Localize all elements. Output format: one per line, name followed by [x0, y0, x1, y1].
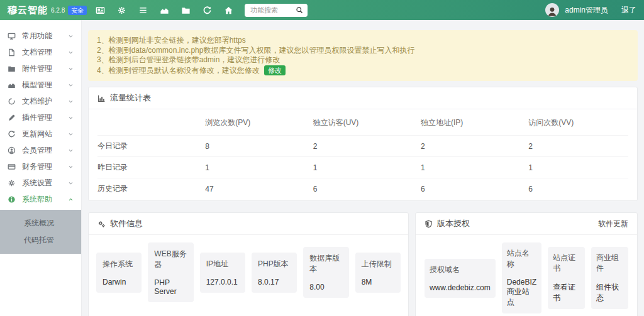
col-vv: 访问次数(VV): [528, 109, 628, 136]
cell: 1: [528, 157, 628, 178]
sidebar-item-update-site[interactable]: 更新网站: [0, 126, 81, 142]
alert-line: 3、检测到后台管理登录链接带admin，建议您进行修改: [97, 55, 629, 65]
file-icon: [8, 48, 16, 57]
cell: 6: [313, 178, 421, 200]
refresh-icon[interactable]: [203, 6, 212, 15]
sidebar-item-plugins[interactable]: 插件管理: [0, 109, 81, 126]
logout-button[interactable]: 退了: [621, 5, 636, 16]
chevron-down-icon: [68, 131, 74, 137]
cell: 2: [528, 136, 628, 157]
software-info-panel: 软件信息 操作系统 Darwin WEB服务器 PHP Server IP地址 …: [88, 212, 409, 316]
user-icon: [8, 146, 16, 155]
content-icon[interactable]: [96, 6, 105, 15]
monitor-icon: [8, 32, 16, 40]
pen-icon: [8, 114, 16, 122]
info-value: PHP Server: [154, 278, 187, 296]
sidebar-item-common[interactable]: 常用功能: [0, 28, 81, 44]
panel-header: 软件信息: [89, 213, 408, 235]
sidebar-item-attachments[interactable]: 附件管理: [0, 60, 81, 77]
card-icon: [8, 163, 16, 171]
info-value: 8M: [362, 278, 394, 286]
info-label: WEB服务器: [154, 249, 187, 270]
sidebar-item-help[interactable]: 系统帮助: [0, 191, 81, 207]
sidebar-item-label: 文档维护: [22, 96, 52, 107]
search-icon[interactable]: [296, 6, 303, 14]
cell: 2: [421, 136, 528, 157]
sidebar-item-label: 插件管理: [22, 112, 52, 123]
fix-button[interactable]: 修改: [264, 65, 286, 75]
view-certificate-link[interactable]: 查看证书: [553, 282, 580, 303]
sidebar-item-label: 会员管理: [22, 145, 52, 156]
gears-icon: [97, 220, 106, 228]
circle-icon: [8, 97, 16, 106]
cell: 47: [205, 178, 313, 200]
folder-icon: [8, 65, 16, 73]
avatar[interactable]: [545, 3, 559, 17]
bar-chart-icon: [97, 94, 106, 102]
search-box: [245, 4, 308, 17]
info-box-php: PHP版本 8.0.17: [252, 253, 297, 293]
info-box-upload: 上传限制 8M: [355, 253, 401, 293]
sidebar-item-models[interactable]: 模型管理: [0, 77, 81, 93]
info-box-os: 操作系统 Darwin: [96, 253, 142, 293]
software-info-grid: 操作系统 Darwin WEB服务器 PHP Server IP地址 127.0…: [89, 235, 408, 310]
sidebar-item-label: 常用功能: [22, 31, 52, 41]
sidebar-item-maintenance[interactable]: 文档维护: [0, 93, 81, 109]
sidebar-item-label: 模型管理: [22, 80, 52, 90]
gear-icon[interactable]: [117, 6, 126, 15]
info-value: www.dedebiz.com: [430, 283, 491, 292]
gear-icon: [8, 179, 16, 187]
alert-line-text: 4、检测到管理员默认名称没有修改，建议您修改: [97, 66, 260, 75]
info-box-site-name: 站点名称 DedeBIZ商业站点: [502, 242, 541, 313]
sidebar-item-members[interactable]: 会员管理: [0, 142, 81, 158]
col-uv: 独立访客(UV): [313, 109, 421, 136]
folder-icon[interactable]: [181, 6, 191, 15]
cell: 8: [205, 136, 313, 157]
alert-line: 2、检测到data/common.inc.php数据库文件写入权限，建议您以管理…: [97, 46, 629, 56]
software-update-link[interactable]: 软件更新: [598, 219, 628, 229]
cell: 1: [205, 157, 313, 178]
chevron-down-icon: [68, 82, 74, 88]
component-status-link[interactable]: 组件状态: [596, 282, 623, 303]
sidebar-item-finance[interactable]: 财务管理: [0, 158, 81, 175]
info-box-components: 商业组件 组件状态: [591, 247, 628, 309]
submenu-item-code-hosting[interactable]: 代码托管: [0, 232, 81, 249]
license-grid: 授权域名 www.dedebiz.com 站点名称 DedeBIZ商业站点 站点…: [416, 235, 637, 316]
table-row: 今日记录 8 2 2 2: [97, 136, 628, 157]
row-label: 昨日记录: [97, 157, 205, 178]
area-chart-icon: [8, 81, 16, 89]
cell: 1: [313, 157, 421, 178]
info-value: 8.0.17: [258, 278, 291, 286]
sidebar-item-label: 文档管理: [22, 47, 52, 58]
traffic-table: 浏览次数(PV) 独立访客(UV) 独立地址(IP) 访问次数(VV) 今日记录…: [97, 109, 628, 199]
sidebar: 常用功能 文档管理 附件管理 模型管理 文档维护 插件管理: [0, 20, 82, 316]
info-label: 操作系统: [103, 259, 135, 270]
sidebar-item-label: 系统设置: [22, 178, 52, 188]
panel-header: 版本授权 软件更新: [416, 213, 637, 235]
cell: 6: [421, 178, 528, 200]
cell: 2: [313, 136, 421, 157]
chart-icon[interactable]: [160, 6, 169, 15]
info-label: 站点证书: [553, 253, 580, 274]
info-box-certificate: 站点证书 查看证书: [548, 247, 585, 309]
person-icon: [547, 6, 558, 17]
username[interactable]: admin管理员: [565, 5, 608, 16]
chevron-up-icon: [68, 197, 74, 202]
submenu-item-system-overview[interactable]: 系统概况: [0, 215, 81, 232]
shield-icon: [425, 220, 433, 228]
info-value: DedeBIZ商业站点: [507, 278, 536, 308]
sidebar-item-label: 财务管理: [22, 161, 52, 172]
security-alert: 1、检测到网址非安全链接，建议您部署https 2、检测到data/common…: [88, 30, 638, 81]
chevron-down-icon: [68, 33, 74, 39]
sidebar-item-documents[interactable]: 文档管理: [0, 44, 81, 60]
info-value: 127.0.0.1: [206, 278, 239, 286]
sidebar-item-label: 附件管理: [22, 63, 52, 74]
table-row: 昨日记录 1 1 1 1: [97, 157, 628, 178]
chevron-down-icon: [68, 66, 74, 72]
chevron-down-icon: [68, 99, 74, 104]
sidebar-item-settings[interactable]: 系统设置: [0, 175, 81, 191]
home-icon[interactable]: [224, 6, 233, 15]
info-box-domain: 授权域名 www.dedebiz.com: [425, 259, 496, 298]
traffic-stats-panel: 流量统计表 浏览次数(PV) 独立访客(UV) 独立地址(IP) 访问次数(VV…: [88, 87, 638, 201]
menu-icon[interactable]: [138, 6, 148, 15]
